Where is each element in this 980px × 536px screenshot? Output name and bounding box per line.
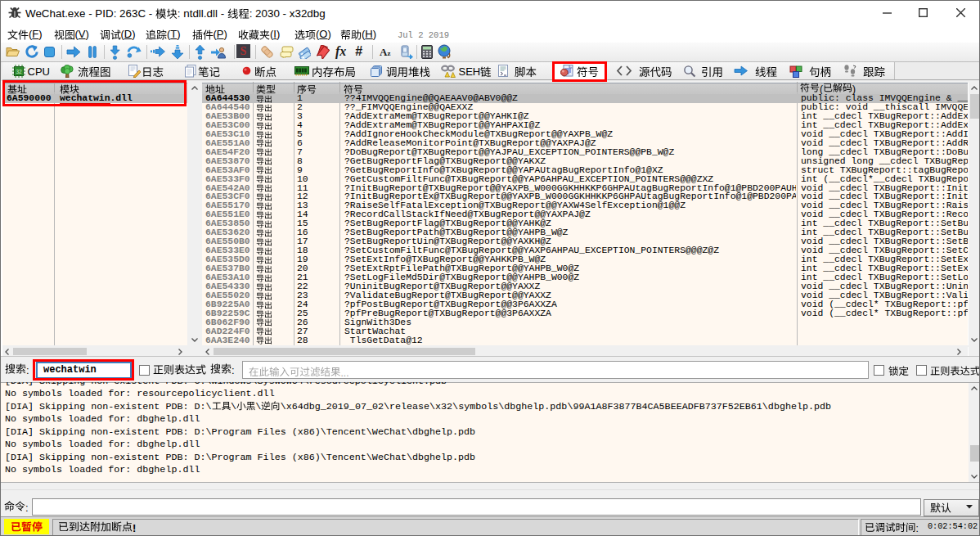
svg-text:S: S	[241, 45, 247, 57]
svg-text:32: 32	[16, 69, 22, 74]
